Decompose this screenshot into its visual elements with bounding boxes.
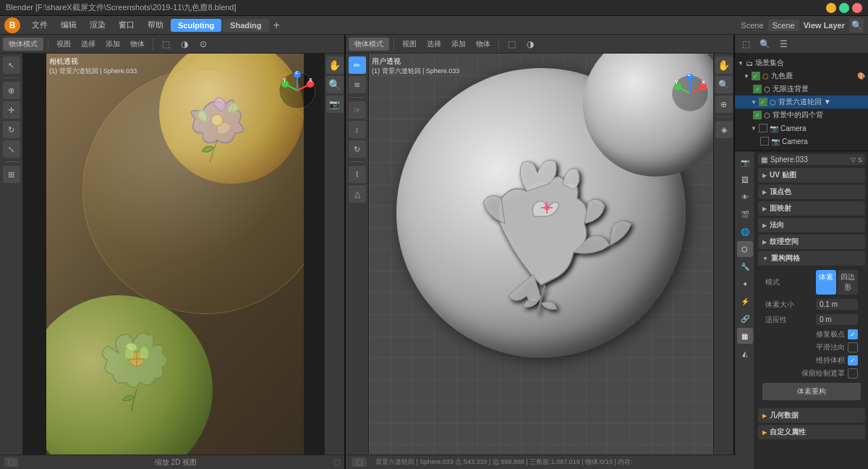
grab-icon[interactable]: ✋ [326,56,344,74]
left-menu-select[interactable]: 选择 [77,38,99,51]
prop-tab-voxel[interactable]: 体素 [816,270,836,295]
rotate-sculpt-tool[interactable]: ↻ [349,140,366,158]
cursor-tool[interactable]: ⊕ [3,82,20,99]
viewport-display-icon[interactable]: ⬚ [158,36,174,52]
prop-physics-icon[interactable]: ⚡ [737,293,753,309]
close-button[interactable] [852,3,862,13]
outliner-item-bg[interactable]: ✓ ⬡ 无限连背景 [735,83,868,96]
prop-texspace-section[interactable]: ▶ 纹理空间 [758,234,865,249]
prop-constraint-icon[interactable]: 🔗 [737,310,753,326]
visibility-checkbox-1[interactable]: ✓ [752,72,760,80]
prop-object-icon[interactable]: ⬡ [737,241,753,257]
menu-render[interactable]: 渲染 [84,18,111,32]
shading-mode-icon[interactable]: ◑ [176,36,192,52]
workspace-shading[interactable]: Shading [223,19,268,32]
view-pan-icon[interactable]: 🔍 [715,76,733,93]
visibility-checkbox-3[interactable]: ✓ [759,98,767,106]
prop-customattr-section[interactable]: ▶ 自定义属性 [758,425,865,439]
visibility-checkbox-2[interactable]: ✓ [753,85,762,93]
prop-uv-section[interactable]: ▶ UV 贴图 [758,168,865,182]
move-sculpt-tool[interactable]: ↕ [349,121,366,138]
minimize-button[interactable] [826,3,836,13]
prop-normals-section[interactable]: ▶ 法向 [758,218,865,232]
grab-tool[interactable]: ☞ [349,101,366,119]
center-mode-button[interactable]: 物体模式 [349,38,389,51]
zoom-icon[interactable]: 🔍 [326,76,344,93]
prop-modifier-icon[interactable]: 🔧 [737,258,753,274]
center-menu-select[interactable]: 选择 [423,38,445,51]
left-status-mode[interactable]: ⬚ [4,457,18,467]
left-mode-button[interactable]: 物体模式 [3,38,43,51]
prop-material-icon[interactable]: ◭ [737,345,753,361]
scene-outliner: ▼ 🗂 场景集合 ▼ ✓ ⬡ 九色鹿 🎨 ✓ ⬡ 无限连背景 ▼ [735,54,868,151]
visibility-checkbox-4[interactable]: ✓ [753,111,762,119]
prop-tab-quad[interactable]: 四边形 [838,270,858,295]
center-viewport-canvas[interactable]: 用户透视 (1) 背景六道轮回 | Sphere.033 X Y Z [369,54,713,455]
center-display-icon[interactable]: ⬚ [503,36,519,52]
center-menu-add[interactable]: 添加 [448,38,469,51]
select-tool[interactable]: ↖ [3,56,20,74]
prop-remesh-header[interactable]: ▼ 重构网格 [758,251,865,266]
prop-smoothnorm-checkbox[interactable] [848,342,858,352]
outliner-item-camera-child[interactable]: 📷 Camera [735,135,868,148]
workspace-add-button[interactable]: + [271,19,283,32]
outliner-item-camera-parent[interactable]: ▼ 📷 Camera [735,122,868,135]
draw-tool[interactable]: ✏ [349,56,366,74]
search-icon[interactable]: 🔍 [849,18,864,33]
left-viewport-canvas[interactable]: 相机透视 (1) 背景六道轮回 | Sphere.033 X Y Z [23,54,324,455]
prop-render-icon[interactable]: 📷 [737,154,753,170]
rotate-tool[interactable]: ↻ [3,121,20,138]
outliner-item-hexagon[interactable]: ▼ ✓ ⬡ 背景六道轮回 ▼ [735,96,868,109]
visibility-checkbox-5[interactable] [759,124,767,132]
move-tool[interactable]: ✛ [3,101,20,119]
prop-fixpoles-checkbox[interactable]: ✓ [848,329,858,339]
scene-value[interactable]: Scene [768,20,799,31]
view-tool-extra[interactable]: ◈ [715,121,733,138]
center-shading-icon[interactable]: ◑ [522,36,538,52]
outliner-search-icon[interactable]: 🔍 [757,36,773,52]
left-menu-view[interactable]: 视图 [53,38,75,51]
menu-edit[interactable]: 编辑 [55,18,82,32]
outliner-filter-icon[interactable]: ⬚ [738,36,754,52]
remesh-button[interactable]: 体素重构 [762,383,861,400]
transform-tool[interactable]: ⊞ [3,166,20,183]
prop-facemap-section[interactable]: ▶ 面映射 [758,201,865,216]
stroke-tool[interactable]: ⌇ [349,166,366,183]
outliner-item-bg4[interactable]: ✓ ⬡ 背景中的四个背 [735,109,868,122]
prop-scene-icon[interactable]: 🎬 [737,206,753,222]
overlay-icon[interactable]: ⊙ [195,36,211,52]
smooth-tool[interactable]: ≋ [349,76,366,93]
prop-voxelsize-value[interactable]: 0.1 m [816,299,858,310]
prop-geodata-section[interactable]: ▶ 几何数据 [758,408,865,423]
center-viewport[interactable]: 物体模式 视图 选择 添加 物体 ⬚ ◑ ✏ ≋ ☞ ↕ ↻ ⌇ △ [346,35,735,469]
prop-adaptivity-value[interactable]: 0 m [816,314,858,325]
menu-file[interactable]: 文件 [26,18,54,32]
prop-particles-icon[interactable]: ✦ [737,276,753,292]
prop-keepmask-checkbox[interactable] [848,368,858,379]
line-tool[interactable]: △ [349,185,366,203]
workspace-sculpting[interactable]: Sculpting [171,19,221,32]
menu-window[interactable]: 窗口 [113,18,140,32]
camera-icon[interactable]: 📷 [326,96,344,113]
visibility-checkbox-6[interactable] [760,137,769,145]
menu-help[interactable]: 帮助 [142,18,169,32]
outliner-item-jiuselv[interactable]: ▼ ✓ ⬡ 九色鹿 🎨 [735,69,868,83]
prop-vcol-section[interactable]: ▶ 顶点色 [758,185,865,199]
scale-tool[interactable]: ⤡ [3,140,20,158]
prop-preservevol-checkbox[interactable]: ✓ [848,355,858,366]
left-menu-object[interactable]: 物体 [127,38,148,51]
left-menu-add[interactable]: 添加 [102,38,124,51]
view-zoom-icon[interactable]: ⊕ [715,96,733,113]
center-menu-view[interactable]: 视图 [399,38,420,51]
maximize-button[interactable] [839,3,849,13]
center-menu-object[interactable]: 物体 [472,38,494,51]
view-orbit-icon[interactable]: ✋ [715,56,733,74]
prop-world-icon[interactable]: 🌐 [737,224,753,240]
prop-view-icon[interactable]: 👁 [737,189,753,205]
outliner-scene-collection[interactable]: ▼ 🗂 场景集合 [735,56,868,69]
outliner-menu-icon[interactable]: ☰ [775,36,791,52]
prop-output-icon[interactable]: 🖼 [737,172,753,187]
left-viewport[interactable]: 物体模式 视图 选择 添加 物体 ⬚ ◑ ⊙ ↖ ⊕ ✛ ↻ ⤡ ⊞ [0,35,346,469]
prop-data-icon[interactable]: ▦ [737,328,753,344]
global-mode-btn[interactable]: ⬚ [352,457,367,467]
